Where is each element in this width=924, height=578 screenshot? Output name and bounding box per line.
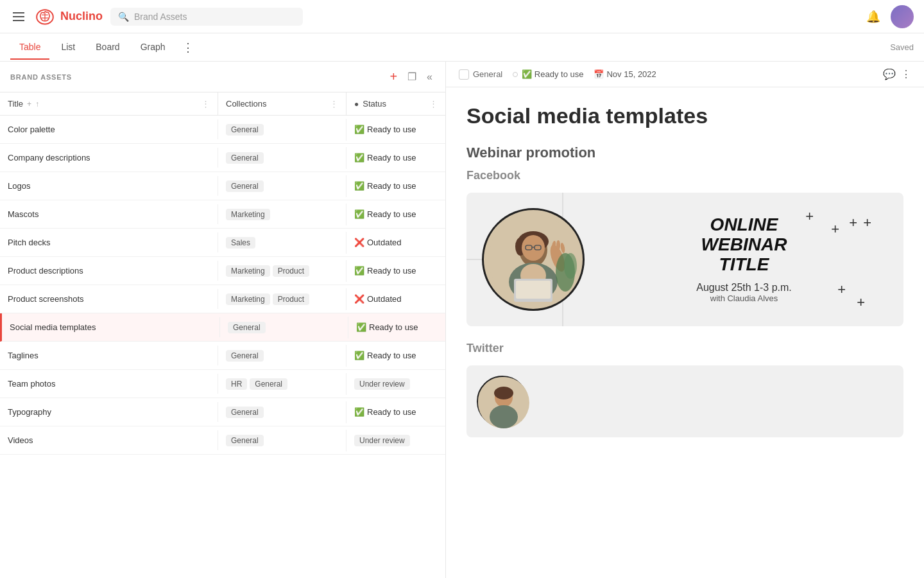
row-title-pitch-decks[interactable]: Pitch decks	[0, 232, 218, 252]
tab-list[interactable]: List	[52, 35, 84, 60]
comment-button[interactable]: 💬	[883, 68, 896, 80]
tab-more-button[interactable]: ⋮	[177, 34, 199, 61]
row-status-social-media: ✅ Ready to use	[348, 317, 445, 337]
row-collections-team-photos: HR General	[218, 373, 346, 395]
doc-section-webinar: Webinar promotion	[466, 144, 903, 161]
person-svg	[488, 215, 578, 304]
row-collections-videos: General	[218, 430, 346, 451]
fb-card-title: ONLINEWEBINARTITLE	[600, 215, 888, 274]
row-collections-company-desc: General	[218, 147, 346, 169]
calendar-icon: 📅	[594, 69, 604, 79]
table-row: Logos General ✅ Ready to use	[0, 172, 445, 200]
tab-board[interactable]: Board	[87, 35, 128, 60]
fb-person-circle	[482, 208, 585, 311]
tag-marketing[interactable]: Marketing	[226, 293, 270, 305]
notification-icon[interactable]: 🔔	[866, 10, 880, 24]
nav-right: 🔔	[866, 5, 914, 28]
drag-col-icon[interactable]: ⋮	[201, 99, 210, 109]
row-title-social-media[interactable]: Social media templates	[2, 317, 220, 337]
row-title-team-photos[interactable]: Team photos	[0, 374, 218, 394]
table-row: Pitch decks Sales ❌ Outdated	[0, 229, 445, 257]
table-row: Videos General Under review	[0, 426, 445, 455]
top-nav: Nuclino 🔍 Brand Assets 🔔	[0, 0, 924, 33]
svg-point-27	[494, 387, 513, 399]
tag-sales[interactable]: Sales	[226, 237, 255, 249]
add-col-icon[interactable]: +	[27, 100, 31, 109]
more-button[interactable]: ⋮	[901, 68, 911, 80]
plus-decoration-6: +	[857, 294, 865, 311]
row-collections-social-media: General	[220, 317, 348, 338]
row-title-product-screenshots[interactable]: Product screenshots	[0, 289, 218, 309]
tag-general[interactable]: General	[250, 378, 287, 390]
doc-subsection-twitter: Twitter	[466, 342, 903, 355]
row-title-videos[interactable]: Videos	[0, 430, 218, 450]
tab-table[interactable]: Table	[10, 35, 49, 60]
table-row: Taglines General ✅ Ready to use	[0, 342, 445, 370]
row-title-company-desc[interactable]: Company descriptions	[0, 148, 218, 168]
sort-col-icon[interactable]: ↑	[35, 100, 39, 109]
tag-product[interactable]: Product	[273, 293, 309, 305]
doc-title: Social media templates	[466, 103, 903, 129]
table-row: Product descriptions Marketing Product ✅…	[0, 257, 445, 285]
logo-icon	[35, 8, 55, 26]
tag-general[interactable]: General	[226, 407, 264, 418]
twitter-card	[466, 365, 903, 437]
tag-general[interactable]: General	[226, 152, 264, 164]
tag-general[interactable]: General	[226, 435, 264, 446]
right-toolbar: General ✅ Ready to use 📅 Nov 15, 2022 💬 …	[446, 62, 924, 87]
logo-area: Nuclino	[35, 8, 103, 26]
tag-general[interactable]: General	[226, 350, 264, 362]
row-status-color-palette: ✅ Ready to use	[346, 119, 445, 139]
add-item-button[interactable]: +	[387, 68, 400, 85]
tag-general[interactable]: General	[226, 180, 264, 192]
tag-general[interactable]: General	[228, 322, 266, 333]
panel-title: BRAND ASSETS	[10, 73, 387, 81]
tag-marketing[interactable]: Marketing	[226, 209, 270, 220]
row-title-color-palette[interactable]: Color palette	[0, 119, 218, 139]
row-status-team-photos: Under review	[346, 374, 445, 394]
tag-general[interactable]: General	[226, 124, 264, 136]
row-status-product-screenshots: ❌ Outdated	[346, 289, 445, 309]
tab-graph[interactable]: Graph	[132, 35, 175, 60]
search-bar[interactable]: 🔍 Brand Assets	[110, 8, 303, 26]
drag-collections-icon[interactable]: ⋮	[330, 99, 338, 109]
tag-marketing[interactable]: Marketing	[226, 265, 270, 277]
col-head-collections[interactable]: Collections ⋮	[218, 92, 346, 115]
row-title-logos[interactable]: Logos	[0, 176, 218, 196]
row-collections-product-desc: Marketing Product	[218, 260, 346, 282]
table-row: Typography General ✅ Ready to use	[0, 398, 445, 426]
row-title-mascots[interactable]: Mascots	[0, 204, 218, 224]
row-title-taglines[interactable]: Taglines	[0, 346, 218, 365]
tag-product[interactable]: Product	[273, 265, 309, 277]
row-status-mascots: ✅ Ready to use	[346, 204, 445, 224]
breadcrumb-checkbox[interactable]	[459, 69, 469, 80]
left-panel: BRAND ASSETS + ❐ « Title + ↑ ⋮ Collectio…	[0, 62, 446, 578]
row-title-product-desc[interactable]: Product descriptions	[0, 261, 218, 281]
plus-decoration-2: +	[831, 221, 839, 238]
twitter-section: Twitter	[466, 342, 903, 437]
collapse-button[interactable]: «	[424, 68, 435, 85]
tag-hr[interactable]: HR	[226, 378, 247, 390]
avatar[interactable]	[891, 5, 914, 28]
twitter-person-svg	[478, 377, 529, 428]
status-review-badge: Under review	[354, 378, 410, 390]
twitter-card-inner	[477, 376, 893, 427]
status-ready-label: ✅ Ready to use	[522, 69, 583, 79]
row-title-typography[interactable]: Typography	[0, 402, 218, 422]
table-row: Product screenshots Marketing Product ❌ …	[0, 285, 445, 313]
menu-button[interactable]	[10, 10, 27, 24]
col-head-status[interactable]: ● Status ⋮	[346, 92, 445, 115]
plus-decoration-5: +	[837, 281, 846, 298]
row-collections-product-screenshots: Marketing Product	[218, 288, 346, 310]
drag-status-icon[interactable]: ⋮	[429, 99, 438, 109]
row-collections-logos: General	[218, 175, 346, 197]
col-head-title[interactable]: Title + ↑ ⋮	[0, 92, 218, 115]
breadcrumb-general: General	[459, 69, 502, 80]
row-collections-color-palette: General	[218, 119, 346, 141]
row-collections-typography: General	[218, 401, 346, 423]
table-row-selected[interactable]: Social media templates General ✅ Ready t…	[0, 313, 445, 342]
panel-header: BRAND ASSETS + ❐ «	[0, 62, 445, 92]
table-wrapper: Color palette General ✅ Ready to use Com…	[0, 116, 445, 578]
table-row: Team photos HR General Under review	[0, 370, 445, 398]
expand-button[interactable]: ❐	[405, 68, 419, 85]
